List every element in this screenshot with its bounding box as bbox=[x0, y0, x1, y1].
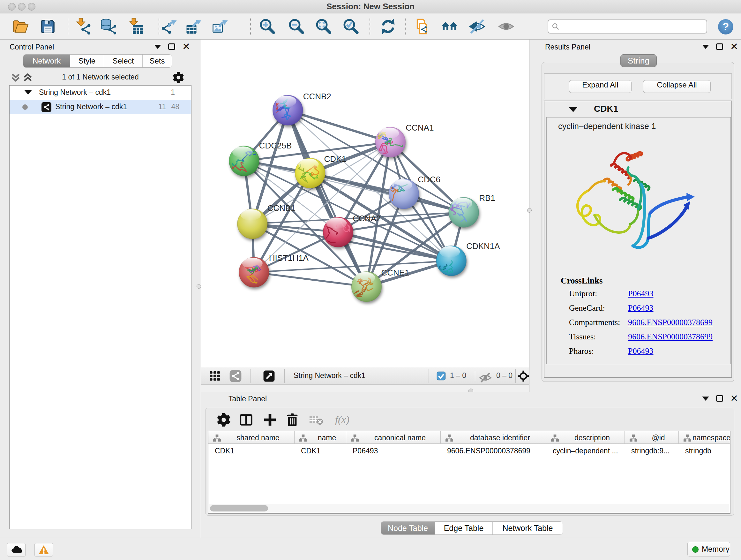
refresh-button[interactable] bbox=[380, 18, 397, 35]
table-function-button[interactable]: f(x) bbox=[334, 413, 349, 427]
column-header-namespace[interactable]: namespace bbox=[679, 431, 731, 444]
crosslink-link[interactable]: P06493 bbox=[628, 289, 653, 299]
network-collection-row[interactable]: String Network – cdk1 1 bbox=[10, 85, 191, 100]
selected-checkbox-icon[interactable] bbox=[436, 371, 446, 381]
birds-eye-icon[interactable] bbox=[229, 370, 242, 382]
table-cell[interactable]: cyclin–dependent ... bbox=[553, 447, 618, 455]
protein-result-card: CDK1 cyclin–dependent kinase 1 CrossLink… bbox=[544, 101, 732, 378]
open-new-icon bbox=[263, 370, 275, 382]
home-icon bbox=[441, 18, 458, 35]
column-header--id[interactable]: @id bbox=[625, 431, 679, 444]
table-cell[interactable]: CDK1 bbox=[301, 447, 320, 455]
table-gear-button[interactable] bbox=[216, 413, 231, 427]
network-node-CCNB1[interactable]: CCNB1 bbox=[238, 203, 295, 239]
table-delete-icon bbox=[285, 413, 300, 427]
zoom-selected-icon bbox=[342, 18, 359, 35]
crosslink-link[interactable]: 9606.ENSP00000378699 bbox=[628, 332, 713, 341]
collection-expander-icon[interactable] bbox=[24, 90, 32, 95]
zoom-selected-button[interactable] bbox=[342, 18, 359, 35]
table-cell[interactable]: CDK1 bbox=[215, 447, 234, 455]
import-table-button[interactable] bbox=[127, 18, 144, 35]
tab-style[interactable]: Style bbox=[70, 55, 104, 67]
zoom-out-button[interactable] bbox=[287, 18, 305, 35]
results-panel-float-icon[interactable] bbox=[716, 44, 723, 50]
table-columns-button[interactable] bbox=[239, 413, 253, 427]
control-panel-float-icon[interactable] bbox=[168, 44, 175, 50]
tab-node-table[interactable]: Node Table bbox=[381, 522, 435, 535]
network-options-gear-icon[interactable] bbox=[172, 71, 185, 84]
crosshair-icon[interactable] bbox=[518, 370, 529, 382]
hide-selected-button[interactable] bbox=[468, 18, 486, 35]
search-input[interactable] bbox=[548, 19, 707, 34]
table-panel-close-icon[interactable]: ✕ bbox=[730, 395, 738, 401]
split-handle-left[interactable] bbox=[197, 284, 201, 289]
search-icon bbox=[551, 23, 560, 32]
table-cell[interactable]: P06493 bbox=[353, 447, 378, 455]
table-cell[interactable]: 9606.ENSP00000378699 bbox=[447, 447, 530, 455]
help-button[interactable]: ? bbox=[718, 19, 733, 35]
network-edge[interactable] bbox=[310, 173, 464, 212]
import-network-database-button[interactable] bbox=[100, 18, 117, 35]
results-panel-close-icon[interactable]: ✕ bbox=[730, 44, 738, 50]
crosslink-link[interactable]: 9606.ENSP00000378699 bbox=[628, 318, 713, 327]
results-panel-menu-icon[interactable] bbox=[702, 45, 709, 49]
split-handle-right[interactable] bbox=[527, 208, 532, 212]
crosslink-link[interactable]: P06493 bbox=[628, 347, 653, 356]
import-network-file-button[interactable] bbox=[74, 18, 91, 35]
table-delete-button[interactable] bbox=[285, 413, 300, 427]
tab-edge-table[interactable]: Edge Table bbox=[435, 522, 493, 535]
column-header-canonical-name[interactable]: canonical name bbox=[346, 431, 441, 444]
network-node-CDKN1A[interactable]: CDKN1A bbox=[436, 241, 500, 276]
memory-button[interactable]: Memory bbox=[687, 542, 730, 557]
tab-select[interactable]: Select bbox=[104, 55, 143, 67]
protein-section-header[interactable]: CDK1 bbox=[544, 101, 731, 117]
zoom-fit-button[interactable] bbox=[315, 18, 332, 35]
table-columns-icon bbox=[239, 413, 253, 427]
results-panel: Results Panel ✕ String Expand All Collap… bbox=[530, 40, 741, 392]
expand-all-button[interactable]: Expand All bbox=[569, 80, 631, 93]
clone-network-button[interactable] bbox=[413, 18, 430, 35]
export-image-button[interactable] bbox=[212, 18, 229, 35]
panel-divider[interactable] bbox=[201, 385, 529, 392]
network-row[interactable]: String Network – cdk1 11 48 bbox=[10, 100, 191, 114]
network-node-RB1[interactable]: RB1 bbox=[449, 193, 495, 227]
network-node-CCNE1[interactable]: CCNE1 bbox=[352, 268, 409, 302]
tab-string[interactable]: String bbox=[620, 54, 657, 67]
table-horizontal-scrollbar[interactable] bbox=[209, 504, 729, 512]
control-panel-menu-icon[interactable] bbox=[154, 45, 161, 49]
table-cell[interactable]: stringdb bbox=[685, 447, 711, 455]
open-file-button[interactable] bbox=[12, 18, 29, 35]
table-panel-float-icon[interactable] bbox=[716, 395, 723, 401]
zoom-in-button[interactable] bbox=[259, 18, 276, 35]
table-cell[interactable]: stringdb:9... bbox=[631, 447, 670, 455]
export-network-button[interactable] bbox=[160, 18, 178, 35]
network-edge[interactable] bbox=[288, 110, 391, 142]
table-panel-menu-icon[interactable] bbox=[702, 396, 709, 401]
table-scrollbar-thumb[interactable] bbox=[210, 505, 268, 511]
table-add-button[interactable] bbox=[263, 413, 277, 427]
tab-sets[interactable]: Sets bbox=[143, 55, 172, 67]
network-view-title: String Network – cdk1 bbox=[293, 371, 365, 380]
network-canvas[interactable]: CCNB2 CCNA1 CDC25B CDK1 CDC6 R bbox=[201, 40, 529, 367]
network-edge[interactable] bbox=[254, 272, 367, 287]
column-header-description[interactable]: description bbox=[546, 431, 625, 444]
grid-view-icon[interactable] bbox=[209, 370, 221, 382]
column-header-shared-name[interactable]: shared name bbox=[208, 431, 294, 444]
collapse-all-button[interactable]: Collapse All bbox=[643, 80, 711, 93]
table-delete-column-button[interactable] bbox=[309, 413, 324, 427]
cloud-button[interactable] bbox=[7, 543, 25, 557]
column-header-database-identifier[interactable]: database identifier bbox=[441, 431, 546, 444]
column-header-name[interactable]: name bbox=[294, 431, 346, 444]
tab-network[interactable]: Network bbox=[23, 55, 70, 67]
network-node-CCNA1[interactable]: CCNA1 bbox=[375, 123, 434, 157]
open-in-window-icon[interactable] bbox=[263, 370, 275, 382]
warnings-button[interactable] bbox=[35, 543, 53, 557]
protein-expander-icon[interactable] bbox=[569, 107, 578, 112]
export-table-button[interactable] bbox=[185, 18, 202, 35]
home-button[interactable] bbox=[441, 18, 458, 35]
crosslink-link[interactable]: P06493 bbox=[628, 303, 653, 313]
tab-network-table[interactable]: Network Table bbox=[493, 522, 562, 535]
show-all-button[interactable] bbox=[497, 18, 515, 35]
save-session-button[interactable] bbox=[39, 18, 57, 35]
control-panel-close-icon[interactable]: ✕ bbox=[182, 44, 190, 50]
